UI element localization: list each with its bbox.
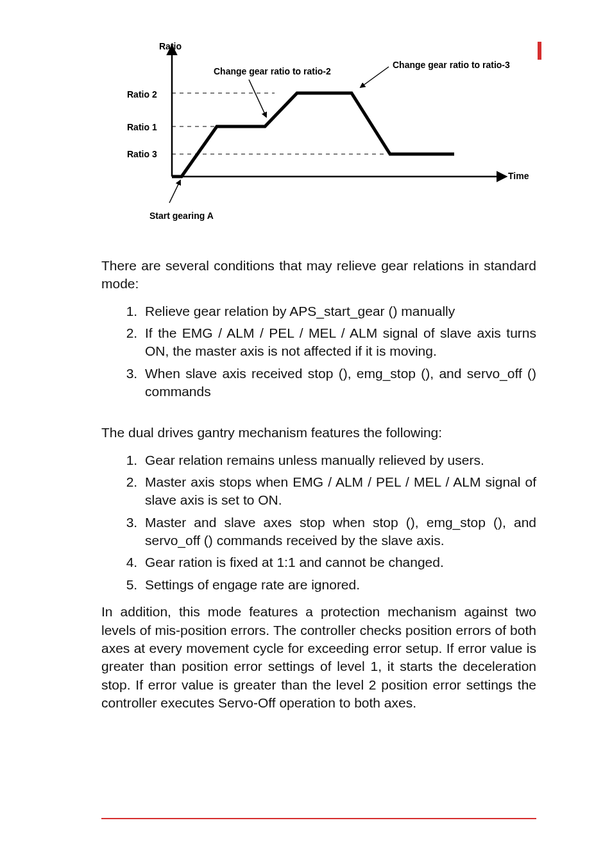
tick-ratio-2: Ratio 2: [127, 89, 157, 100]
standard-mode-conditions-list: Relieve gear relation by APS_start_gear …: [101, 302, 536, 401]
tick-ratio-1: Ratio 1: [127, 122, 157, 132]
list-item: Gear relation remains unless manually re…: [141, 451, 536, 469]
list-item: Master and slave axes stop when stop (),…: [141, 514, 536, 550]
y-axis-label: Ratio: [159, 41, 182, 51]
intro-gantry-features: The dual drives gantry mechanism feature…: [101, 424, 536, 442]
intro-standard-mode: There are several conditions that may re…: [101, 257, 536, 293]
header-accent-bar: [538, 42, 541, 60]
closing-paragraph: In addition, this mode features a protec…: [101, 603, 536, 712]
annotation-start-gearing: Start gearing A: [149, 211, 214, 221]
x-axis-label: Time: [508, 171, 529, 181]
gantry-features-list: Gear relation remains unless manually re…: [101, 451, 536, 594]
annotation-ratio-2: Change gear ratio to ratio-2: [214, 66, 331, 76]
list-item: If the EMG / ALM / PEL / MEL / ALM signa…: [141, 324, 536, 361]
annotation-ratio-3: Change gear ratio to ratio-3: [393, 60, 510, 70]
list-item: When slave axis received stop (), emg_st…: [141, 365, 536, 401]
tick-ratio-3: Ratio 3: [127, 149, 157, 159]
footer-divider: [101, 818, 536, 819]
arrow-to-start-gearing: [169, 180, 180, 203]
list-item: Relieve gear relation by APS_start_gear …: [141, 302, 536, 320]
arrow-to-ratio-2-change: [249, 80, 266, 117]
list-item: Master axis stops when EMG / ALM / PEL /…: [141, 473, 536, 510]
list-item: Gear ration is fixed at 1:1 and cannot b…: [141, 553, 536, 571]
ratio-trace: [172, 93, 454, 177]
arrow-to-ratio-3-change: [361, 67, 389, 87]
ratio-time-chart: Ratio Change gear ratio to ratio-2 Chang…: [121, 39, 536, 225]
body-text-block: There are several conditions that may re…: [101, 257, 536, 712]
list-item: Settings of engage rate are ignored.: [141, 576, 536, 594]
